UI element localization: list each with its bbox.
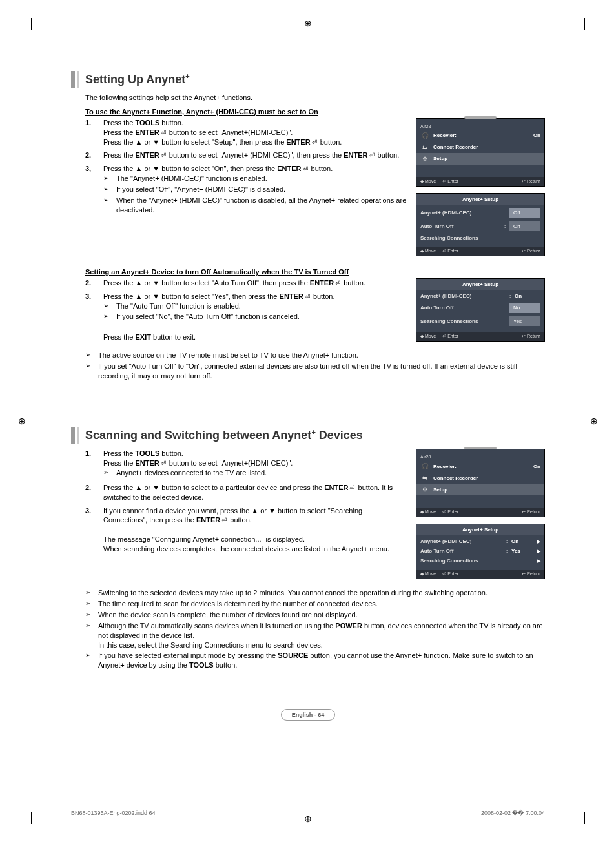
superscript-plus: + (185, 72, 189, 80)
step-body: Press the ▲ or ▼ button to select "Auto … (103, 278, 408, 288)
section-title-text: Scanning and Switching between Anynet (85, 429, 311, 442)
notes-list: Switching to the selected devices may ta… (85, 588, 545, 670)
osd-option-off: Off (509, 208, 540, 218)
note-text: If you set "Auto Turn Off" to "On", conn… (98, 362, 545, 381)
osd-hint-move: Move (420, 249, 436, 254)
osd-anynet-menu: Air28 🎧Recevier:On ⇆Connect Recorder ⚙Se… (416, 449, 545, 517)
crop-mark (8, 812, 31, 812)
osd-hint-return: Return (522, 509, 540, 515)
note-text: When the device scan is complete, the nu… (98, 610, 358, 620)
step-number: 3. (85, 292, 103, 342)
osd-hint-enter: Enter (442, 249, 458, 254)
step-body: Press the ▲ or ▼ button to select to a p… (103, 483, 408, 502)
enter-icon: ⏎ (334, 279, 342, 288)
page-number-badge: English - 64 (71, 709, 545, 721)
registration-mark-icon: ⊕ (590, 416, 598, 426)
osd-hint-move: Move (420, 334, 436, 339)
intro-paragraph: The following settings help set the Anyn… (85, 93, 545, 103)
headphones-icon: 🎧 (420, 462, 429, 471)
osd-value-yes: Yes (511, 548, 537, 554)
bullet-text: If you select "No", the "Auto Turn Off" … (116, 312, 300, 322)
bullet-text: Anynet+ devices connected to the TV are … (116, 468, 267, 478)
heading-accent-bar (71, 427, 75, 444)
step-body: Press the ENTER⏎ button to select "Anyne… (103, 150, 408, 160)
gear-icon: ⚙ (420, 485, 429, 494)
crop-mark (585, 812, 608, 812)
swap-icon: ⇆ (420, 473, 429, 482)
enter-icon: ⏎ (311, 138, 318, 147)
enter-icon: ⏎ (159, 151, 167, 160)
note-text: If you have selected external input mode… (98, 651, 545, 670)
chevron-right-icon: ▶ (537, 559, 540, 564)
page-number-text: English - 64 (281, 709, 336, 721)
step-number: 2. (85, 278, 103, 288)
step-number: 1. (85, 449, 103, 479)
step-text: When searching devices completes, the co… (103, 545, 389, 553)
notes-list: The active source on the TV remote must … (85, 351, 545, 381)
step-text: The meassage "Configuring Anynet+ connec… (103, 535, 305, 543)
crop-mark (8, 30, 31, 30)
note-text: The active source on the TV remote must … (98, 351, 358, 360)
step-body: If you cannot find a device you want, pr… (103, 506, 408, 554)
heading-accent-bar (77, 71, 79, 88)
osd-hint-move: Move (420, 179, 436, 184)
section-title-text: Setting Up Anynet (85, 73, 185, 86)
bullet-text: When the "Anynet+ (HDMI-CEC)" function i… (116, 196, 408, 215)
osd-option-on: On (509, 221, 540, 231)
chevron-right-icon: ▶ (537, 549, 540, 554)
note-text: Switching to the selected devices may ta… (98, 588, 488, 598)
bullet-text: The "Auto Turn Off" function is enabled. (116, 302, 241, 311)
osd-anynet-setup-values: Anynet+ Setup Anynet+ (HDMI-CEC):On▶ Aut… (416, 524, 545, 579)
section-title-text: Devices (316, 429, 363, 442)
footer-timestamp: 2008-02-02 �� 7:00:04 (481, 810, 545, 816)
osd-hint-return: Return (522, 179, 540, 184)
osd-channel-label: Air28 (420, 123, 540, 130)
bullet-text: The "Anynet+ (HDMI-CEC)" function is ena… (116, 174, 267, 183)
osd-hint-move: Move (420, 509, 436, 515)
bullet-text: If you select "Off", "Anynet+ (HDMI-CEC)… (116, 185, 285, 194)
enter-icon: ⏎ (303, 293, 311, 302)
enter-icon: ⏎ (159, 459, 167, 468)
osd-option-no: No (509, 303, 540, 313)
enter-icon: ⏎ (159, 128, 167, 138)
enter-icon: ⏎ (348, 484, 356, 493)
step-body: Press the TOOLS button. Press the ENTER⏎… (103, 449, 408, 479)
osd-hint-return: Return (522, 571, 540, 577)
registration-mark-icon: ⊕ (304, 18, 312, 28)
osd-hint-return: Return (522, 249, 540, 254)
osd-hint-enter: Enter (442, 509, 458, 515)
enter-icon: ⏎ (302, 165, 309, 174)
osd-value-on: On (515, 293, 540, 299)
osd-anynet-setup-no-yes: Anynet+ Setup Anynet+ (HDMI-CEC):On Auto… (416, 278, 545, 342)
note-text: Although the TV automatically scans devi… (98, 621, 545, 650)
osd-option-yes: Yes (509, 316, 540, 326)
osd-channel-label: Air28 (420, 453, 540, 460)
crop-mark (584, 18, 585, 30)
osd-hint-return: Return (522, 334, 540, 339)
step-body: Press the ▲ or ▼ button to select "Yes",… (103, 292, 408, 342)
step-number: 1. (85, 118, 103, 147)
subheading-to-use-anynet: To use the Anynet+ Function, Anynet+ (HD… (85, 108, 545, 116)
osd-hint-enter: Enter (442, 334, 458, 339)
step-body: Press the TOOLS button. Press the ENTER⏎… (103, 118, 408, 147)
step-number: 3, (85, 164, 103, 216)
step-body: Press the ▲ or ▼ button to select "On", … (103, 164, 408, 216)
registration-mark-icon: ⊕ (18, 416, 26, 426)
note-text: The time required to scan for devices is… (98, 599, 378, 609)
headphones-icon: 🎧 (420, 131, 429, 140)
step-number: 2. (85, 150, 103, 160)
osd-hint-enter: Enter (442, 571, 458, 577)
enter-icon: ⏎ (368, 151, 376, 160)
section-heading-scanning-switching: Scanning and Switching between Anynet+ D… (71, 427, 545, 444)
crop-mark (31, 18, 32, 30)
osd-hint-enter: Enter (442, 179, 458, 184)
osd-anynet-setup-off-on: Anynet+ Setup Anynet+ (HDMI-CEC):Off Aut… (416, 193, 545, 256)
step-number: 2. (85, 483, 103, 502)
osd-title: Anynet+ Setup (416, 194, 544, 205)
enter-icon: ⏎ (220, 516, 228, 525)
osd-value-on: On (511, 539, 537, 544)
crop-mark (584, 812, 585, 824)
osd-anynet-menu: Air28 🎧Recevier:On ⇆Connect Recorder ⚙Se… (416, 118, 545, 187)
crop-mark (31, 812, 32, 824)
chevron-right-icon: ▶ (537, 539, 540, 544)
